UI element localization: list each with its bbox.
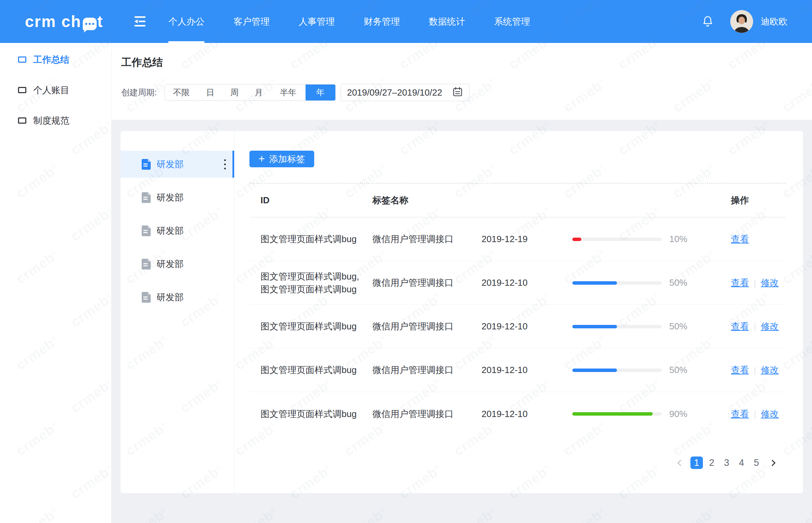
cell-tag-name: 微信用户管理调接口 [372,364,482,376]
cell-tag-name: 微信用户管理调接口 [372,320,482,333]
cell-progress: 90% [572,409,720,419]
dept-list-item[interactable]: 研发部 [121,151,234,178]
sidebar-item[interactable]: 工作总结 [0,44,111,75]
period-option[interactable]: 周 [222,85,247,100]
period-option[interactable]: 不限 [165,85,198,100]
cell-actions: 查看|修改 [720,320,786,333]
period-option[interactable]: 年 [306,85,335,100]
nav-item[interactable]: 数据统计 [429,0,465,43]
page-number[interactable]: 1 [690,456,703,469]
nav-item[interactable]: 人事管理 [299,0,335,43]
plus-icon: + [258,153,265,164]
watermark-text: crmeb® [451,504,500,523]
nav-item[interactable]: 系统管理 [494,0,530,43]
filter-label: 创建周期: [121,87,157,98]
menu-fold-icon[interactable] [133,15,147,28]
table-body: 图文管理页面样式调bug微信用户管理调接口2019-12-1910%查看图文管理… [249,218,786,436]
cell-progress: 50% [572,277,720,288]
view-link[interactable]: 查看 [731,233,749,245]
page-number[interactable]: 4 [734,458,749,468]
content-card: 研发部研发部研发部研发部研发部 + 添加标签 ID 标签名称 操作 图文管理页面… [121,131,803,493]
date-range-picker[interactable]: 2019/09/27–2019/10/22 [341,84,469,101]
cell-progress: 10% [572,234,720,245]
cell-actions: 查看|修改 [720,364,786,376]
table-row: 图文管理页面样式调bug微信用户管理调接口2019-12-1050%查看|修改 [249,305,786,348]
user-avatar[interactable] [730,10,753,33]
view-link[interactable]: 查看 [731,408,749,420]
nav-item[interactable]: 个人办公 [168,0,204,43]
view-link[interactable]: 查看 [731,277,749,289]
registered-mark: ® [159,506,167,515]
cell-tag-name: 微信用户管理调接口 [372,408,482,420]
add-tag-button[interactable]: + 添加标签 [249,151,314,167]
date-range-value: 2019/09/27–2019/10/22 [347,87,442,98]
column-header-tag-name: 标签名称 [372,194,482,206]
logo-text: crm ch [25,12,81,31]
page-prev-icon[interactable] [677,460,683,466]
period-option[interactable]: 日 [198,85,222,100]
progress-fill [572,238,581,241]
dept-item-label: 研发部 [157,291,184,303]
view-link[interactable]: 查看 [731,364,749,376]
progress-percent: 90% [669,409,687,419]
page-next-icon[interactable] [769,460,775,466]
progress-track [572,325,662,328]
logo-text: t [97,12,103,31]
watermark-text: crmeb® [123,504,171,523]
edit-link[interactable]: 修改 [761,408,779,420]
progress-percent: 50% [669,321,687,332]
cell-actions: 查看 [720,233,786,245]
watermark-text: crmeb® [342,504,390,523]
cell-date: 2019-12-19 [482,234,572,245]
edit-link[interactable]: 修改 [761,320,779,333]
chat-bubble-icon [83,18,97,30]
panel-rect-icon [18,56,26,63]
edit-link[interactable]: 修改 [761,364,779,376]
sidebar-item-label: 制度规范 [33,115,69,127]
registered-mark: ® [652,119,660,128]
top-nav: 个人办公客户管理人事管理财务管理数据统计系统管理 [168,0,559,43]
page-number[interactable]: 3 [719,458,734,468]
dept-list-item[interactable]: 研发部 [121,250,234,277]
view-link[interactable]: 查看 [731,320,749,333]
watermark-text: crmeb® [670,504,718,523]
progress-fill [572,281,617,285]
action-divider: | [754,409,756,419]
page-number[interactable]: 2 [704,458,719,468]
notification-bell-icon[interactable] [701,15,714,28]
registered-mark: ® [706,506,714,515]
filter-row: 创建周期: 不限日周月半年年 2019/09/27–2019/10/22 [121,84,469,101]
app-logo: crm cht [25,12,103,31]
dept-list-item[interactable]: 研发部 [121,284,234,311]
registered-mark: ® [268,506,276,515]
progress-fill [572,412,653,416]
kebab-dot [224,159,226,161]
dept-item-label: 研发部 [157,225,184,237]
progress-fill [572,369,617,372]
action-divider: | [754,278,756,288]
period-option[interactable]: 半年 [271,85,306,100]
id-line: 图文管理页面样式调bug [261,364,372,376]
sidebar-item-label: 工作总结 [33,54,69,66]
nav-item[interactable]: 客户管理 [233,0,270,43]
bubble-dot [89,23,91,25]
page-number[interactable]: 5 [749,458,764,468]
dept-list-item[interactable]: 研发部 [121,184,234,211]
progress-percent: 50% [669,277,687,288]
sidebar: 工作总结个人账目制度规范 [0,43,112,523]
edit-link[interactable]: 修改 [761,277,779,289]
sidebar-item[interactable]: 个人账目 [0,75,111,105]
period-option[interactable]: 月 [247,85,271,100]
cell-date: 2019-12-10 [482,365,572,375]
column-header-actions: 操作 [720,194,786,207]
sidebar-item[interactable]: 制度规范 [0,105,111,136]
dept-item-label: 研发部 [157,192,184,204]
cell-tag-name: 微信用户管理调接口 [372,233,482,245]
nav-item[interactable]: 财务管理 [364,0,400,43]
bubble-dot [85,23,87,25]
cell-tag-name: 微信用户管理调接口 [372,277,482,289]
user-name[interactable]: 迪欧欧 [761,16,788,28]
more-options-icon[interactable] [224,159,226,169]
dept-list-item[interactable]: 研发部 [121,217,234,244]
watermark-text: crmeb® [779,504,812,523]
